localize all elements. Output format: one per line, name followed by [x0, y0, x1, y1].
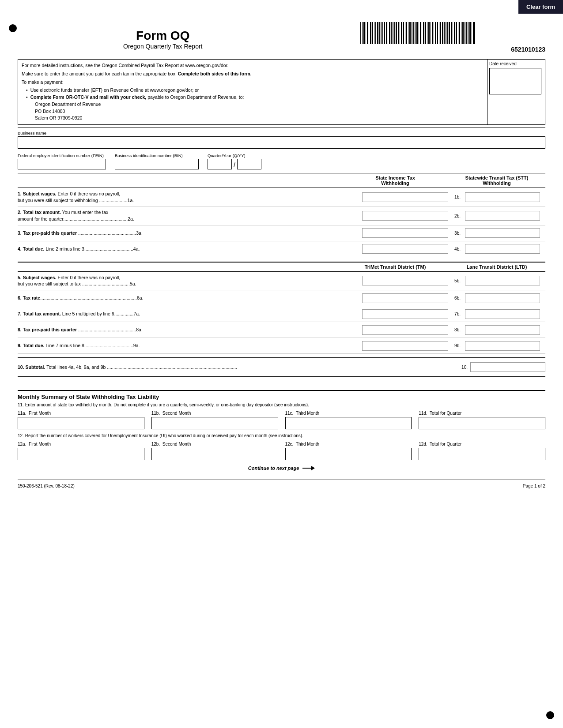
monthly-col-11c: 11c. Third Month: [285, 411, 412, 429]
svg-rect-45: [437, 22, 438, 44]
input-1a[interactable]: [362, 192, 448, 202]
state-tax-row-2: 2. Total tax amount. You must enter the …: [18, 206, 545, 225]
monthly-col-11c-label: 11c. Third Month: [285, 411, 412, 416]
form-title: Form OQ: [35, 29, 291, 43]
line-2b-label: 2b.: [448, 214, 461, 218]
monthly-col-11b: 11b. Second Month: [151, 411, 278, 429]
svg-rect-32: [415, 22, 416, 44]
input-6a[interactable]: [362, 293, 448, 303]
input-7b[interactable]: [465, 309, 540, 319]
input-11c[interactable]: [285, 417, 412, 429]
year-input[interactable]: [237, 159, 261, 169]
monthly-col-11b-label: 11b. Second Month: [151, 411, 278, 416]
input-2a[interactable]: [362, 211, 448, 221]
input-9b[interactable]: [465, 341, 540, 351]
svg-rect-38: [425, 22, 426, 44]
input-11b[interactable]: [151, 417, 278, 429]
input-12b[interactable]: [151, 448, 278, 460]
instruction-line1: For more detailed instructions, see the …: [22, 62, 484, 69]
input-4b[interactable]: [465, 244, 540, 254]
address-block: Oregon Department of Revenue PO Box 1480…: [35, 101, 484, 122]
svg-rect-31: [413, 22, 414, 44]
continue-arrow: [302, 466, 315, 470]
input-1b[interactable]: [465, 192, 540, 202]
monthly-col-12a: 12a. First Month: [18, 442, 144, 460]
trimet-row-5-right: 5b.: [448, 276, 545, 285]
svg-rect-23: [400, 22, 400, 44]
svg-rect-55: [454, 22, 455, 44]
monthly-col-11a: 11a. First Month: [18, 411, 144, 429]
state-tax-row-4-label: 4. Total due. Line 2 minus line 3.......…: [18, 246, 342, 252]
state-tax-row-2-mid: [342, 211, 448, 221]
line-3b-label: 3b.: [448, 231, 461, 236]
svg-rect-22: [398, 22, 399, 44]
svg-rect-62: [466, 22, 467, 44]
monthly-col-12b-label: 12b. Second Month: [151, 442, 278, 447]
line-8b-label: 8b.: [448, 327, 461, 332]
trimet-row-6-mid: [342, 293, 448, 303]
quarter-input[interactable]: [208, 159, 232, 169]
svg-rect-57: [458, 22, 458, 44]
svg-rect-53: [451, 22, 452, 44]
input-11a[interactable]: [18, 417, 144, 429]
input-11d[interactable]: [419, 417, 545, 429]
quarter-year-label: Quarter/Year (Q/YY): [208, 153, 261, 158]
svg-rect-40: [428, 22, 430, 44]
monthly-col-11d-label: 11d. Total for Quarter: [419, 411, 545, 416]
monthly-title: Monthly Summary of State Withholding Tax…: [18, 394, 545, 400]
input-7a[interactable]: [362, 309, 448, 319]
svg-rect-30: [412, 22, 412, 44]
svg-rect-64: [469, 22, 471, 44]
svg-rect-52: [449, 22, 450, 44]
trimet-row-5: 5. Subject wages. Enter 0 if there was n…: [18, 272, 545, 290]
svg-rect-59: [461, 22, 461, 44]
bullet-dot-bottom: [546, 711, 554, 719]
state-tax-row-3: 3. Tax pre-paid this quarter ...........…: [18, 225, 545, 241]
input-3b[interactable]: [465, 228, 540, 238]
date-received-input[interactable]: [489, 68, 541, 94]
instruction-line3: To make a payment:: [22, 79, 484, 86]
bin-input[interactable]: [115, 159, 199, 169]
svg-rect-0: [360, 22, 361, 44]
trimet-row-7: 7. Total tax amount. Line 5 multiplied b…: [18, 306, 545, 322]
svg-rect-1: [362, 22, 363, 44]
svg-rect-67: [474, 22, 475, 44]
input-5a[interactable]: [362, 276, 448, 285]
input-4a[interactable]: [362, 244, 448, 254]
input-8b[interactable]: [465, 325, 540, 335]
line-4b-label: 4b.: [448, 247, 461, 251]
barcode-image: [360, 22, 475, 44]
state-tax-row-4-mid: [342, 244, 448, 254]
svg-rect-24: [401, 22, 402, 44]
fein-input[interactable]: [18, 159, 106, 169]
trimet-row-6-right: 6b.: [448, 293, 545, 303]
date-received-box: Date received: [487, 60, 545, 124]
svg-rect-48: [442, 22, 443, 44]
business-name-input[interactable]: [18, 136, 545, 149]
input-9a[interactable]: [362, 341, 448, 351]
svg-rect-42: [432, 22, 433, 44]
monthly-row-12: 12a. First Month 12b. Second Month 12c. …: [18, 442, 545, 460]
input-8a[interactable]: [362, 325, 448, 335]
input-5b[interactable]: [465, 276, 540, 285]
state-tax-row-2-right: 2b.: [448, 211, 545, 221]
svg-rect-63: [468, 22, 469, 44]
continue-line: Continue to next page: [18, 465, 545, 471]
subtotal-num: 10.: [461, 365, 468, 370]
input-2b[interactable]: [465, 211, 540, 221]
input-12c[interactable]: [285, 448, 412, 460]
svg-rect-5: [369, 22, 369, 44]
svg-rect-14: [384, 22, 385, 44]
svg-rect-25: [403, 22, 404, 44]
input-12d[interactable]: [419, 448, 545, 460]
quarter-year-inputs: /: [208, 159, 261, 169]
svg-rect-51: [447, 22, 448, 44]
svg-rect-17: [389, 22, 390, 44]
input-6b[interactable]: [465, 293, 540, 303]
input-10[interactable]: [470, 362, 545, 372]
svg-rect-61: [465, 22, 465, 44]
input-12a[interactable]: [18, 448, 144, 460]
svg-rect-12: [381, 22, 382, 44]
svg-rect-60: [462, 22, 464, 44]
input-3a[interactable]: [362, 228, 448, 238]
